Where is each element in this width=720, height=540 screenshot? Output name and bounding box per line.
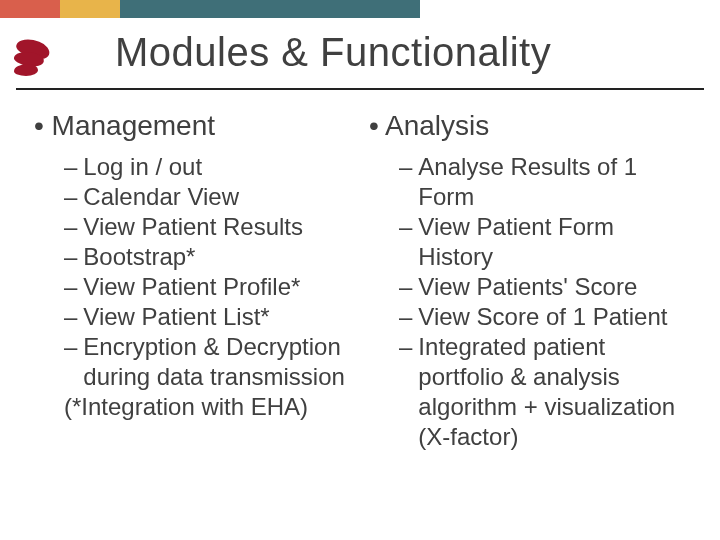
list-item: –View Patient Profile* (64, 272, 355, 302)
item-text: Analyse Results of 1 Form (418, 152, 690, 212)
list-item: –View Score of 1 Patient (399, 302, 690, 332)
item-text: View Patient Profile* (83, 272, 355, 302)
item-text: View Patient List* (83, 302, 355, 332)
item-text: Calendar View (83, 182, 355, 212)
item-text: Bootstrap* (83, 242, 355, 272)
right-heading-text: Analysis (385, 110, 489, 141)
content-columns: Management –Log in / out –Calendar View … (30, 110, 700, 452)
list-item: –View Patient Form History (399, 212, 690, 272)
stripe-red (0, 0, 60, 18)
list-item: –Calendar View (64, 182, 355, 212)
item-text: View Patient Form History (418, 212, 690, 272)
list-item: –View Patients' Score (399, 272, 690, 302)
list-item: –Encryption & Decryption during data tra… (64, 332, 355, 392)
logo-icon (10, 38, 56, 82)
right-column: Analysis –Analyse Results of 1 Form –Vie… (365, 110, 700, 452)
list-item: –Integrated patient portfolio & analysis… (399, 332, 690, 452)
right-heading: Analysis (365, 110, 690, 142)
list-item: –Analyse Results of 1 Form (399, 152, 690, 212)
list-item: –Bootstrap* (64, 242, 355, 272)
item-text: View Patient Results (83, 212, 355, 242)
item-text: Encryption & Decryption during data tran… (83, 332, 355, 392)
header-stripe (0, 0, 420, 18)
stripe-yellow (60, 0, 120, 18)
left-column: Management –Log in / out –Calendar View … (30, 110, 365, 452)
title-divider (16, 88, 704, 90)
left-heading: Management (30, 110, 355, 142)
list-item: –View Patient List* (64, 302, 355, 332)
item-text: Integrated patient portfolio & analysis … (418, 332, 690, 452)
left-list: –Log in / out –Calendar View –View Patie… (64, 152, 355, 392)
list-item: –Log in / out (64, 152, 355, 182)
slide-title: Modules & Functionality (115, 30, 551, 75)
left-heading-text: Management (52, 110, 215, 141)
right-list: –Analyse Results of 1 Form –View Patient… (399, 152, 690, 452)
item-text: View Score of 1 Patient (418, 302, 690, 332)
list-item: –View Patient Results (64, 212, 355, 242)
item-text: Log in / out (83, 152, 355, 182)
stripe-teal (120, 0, 420, 18)
left-note: (*Integration with EHA) (64, 392, 355, 422)
item-text: View Patients' Score (418, 272, 690, 302)
